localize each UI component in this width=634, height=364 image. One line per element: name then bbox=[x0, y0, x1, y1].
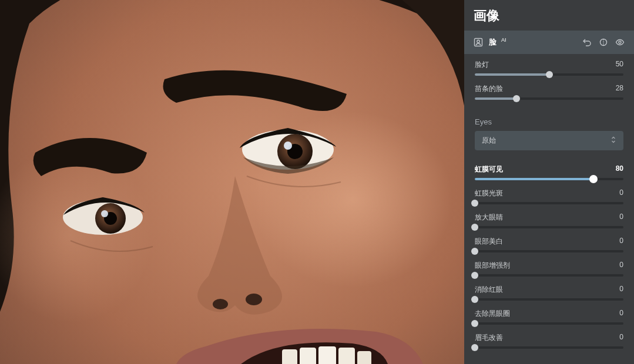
slider-苗条的脸: 苗条的脸28 bbox=[475, 84, 623, 100]
slider-label: 放大眼睛 bbox=[475, 213, 503, 223]
slider-label: 眼部增强剂 bbox=[475, 261, 510, 271]
undo-icon[interactable] bbox=[581, 36, 593, 48]
slider-value: 0 bbox=[619, 213, 623, 223]
slider-眼部美白: 眼部美白0 bbox=[475, 237, 623, 252]
slider-放大眼睛: 放大眼睛0 bbox=[475, 213, 623, 228]
slider-label: 脸灯 bbox=[475, 60, 489, 70]
svg-point-13 bbox=[213, 299, 228, 309]
slider-眉毛改善: 眉毛改善0 bbox=[475, 333, 623, 349]
mask-icon[interactable] bbox=[598, 36, 609, 48]
slider-label: 消除红眼 bbox=[475, 285, 503, 295]
adjustments-sidebar: 画像 脸 AI 脸灯50苗条的脸28 Eyes 原始 虹膜可见80虹膜光斑0放大… bbox=[464, 0, 634, 364]
slider-消除红眼: 消除红眼0 bbox=[475, 285, 623, 301]
slider-value: 28 bbox=[616, 84, 623, 94]
svg-point-12 bbox=[246, 294, 262, 305]
slider-thumb[interactable] bbox=[589, 175, 598, 183]
slider-track[interactable] bbox=[475, 178, 623, 180]
slider-value: 0 bbox=[619, 285, 623, 295]
slider-thumb[interactable] bbox=[471, 200, 478, 207]
svg-rect-18 bbox=[357, 351, 371, 364]
slider-thumb[interactable] bbox=[471, 296, 478, 303]
slider-label: 虹膜光斑 bbox=[475, 188, 503, 198]
slider-track[interactable] bbox=[475, 250, 623, 252]
panel-title: 画像 bbox=[464, 0, 634, 31]
dropdown-selected: 原始 bbox=[482, 136, 496, 146]
slider-label: 苗条的脸 bbox=[475, 84, 503, 94]
portrait-placeholder bbox=[0, 0, 464, 364]
slider-value: 0 bbox=[619, 333, 623, 343]
portrait-icon bbox=[472, 36, 484, 48]
svg-point-7 bbox=[284, 141, 292, 150]
slider-label: 眼部美白 bbox=[475, 237, 503, 247]
slider-value: 0 bbox=[619, 188, 623, 198]
chevron-updown-icon bbox=[610, 136, 616, 145]
slider-track[interactable] bbox=[475, 202, 623, 204]
face-section-label: 脸 bbox=[489, 37, 497, 48]
eyes-section-title: Eyes bbox=[464, 110, 634, 131]
slider-去除黑眼圈: 去除黑眼圈0 bbox=[475, 309, 623, 325]
svg-point-20 bbox=[477, 40, 479, 42]
slider-thumb[interactable] bbox=[546, 71, 553, 78]
svg-rect-17 bbox=[338, 348, 355, 364]
image-canvas[interactable] bbox=[0, 0, 464, 364]
svg-point-22 bbox=[619, 41, 621, 43]
ai-badge: AI bbox=[501, 37, 506, 43]
slider-track[interactable] bbox=[475, 346, 623, 349]
eyes-controls: 虹膜可见80虹膜光斑0放大眼睛0眼部美白0眼部增强剂0消除红眼0去除黑眼圈0眉毛… bbox=[464, 159, 634, 359]
slider-thumb[interactable] bbox=[471, 344, 478, 351]
slider-thumb[interactable] bbox=[471, 320, 478, 327]
slider-track[interactable] bbox=[475, 73, 623, 76]
svg-rect-14 bbox=[282, 349, 297, 364]
slider-value: 0 bbox=[619, 237, 623, 247]
slider-thumb[interactable] bbox=[471, 248, 478, 255]
slider-value: 50 bbox=[616, 60, 623, 70]
slider-track[interactable] bbox=[475, 322, 623, 325]
slider-value: 0 bbox=[619, 261, 623, 271]
slider-track[interactable] bbox=[475, 226, 623, 228]
slider-value: 80 bbox=[616, 164, 623, 174]
slider-眼部增强剂: 眼部增强剂0 bbox=[475, 261, 623, 277]
slider-虹膜光斑: 虹膜光斑0 bbox=[475, 188, 623, 204]
svg-point-11 bbox=[101, 210, 108, 217]
face-section-header[interactable]: 脸 AI bbox=[464, 31, 634, 54]
slider-thumb[interactable] bbox=[471, 272, 478, 279]
svg-rect-16 bbox=[318, 346, 336, 364]
slider-脸灯: 脸灯50 bbox=[475, 60, 623, 76]
visibility-icon[interactable] bbox=[614, 36, 626, 48]
svg-rect-15 bbox=[300, 348, 316, 364]
slider-label: 去除黑眼圈 bbox=[475, 309, 510, 319]
slider-value: 0 bbox=[619, 309, 623, 319]
slider-label: 眉毛改善 bbox=[475, 333, 503, 343]
slider-虹膜可见: 虹膜可见80 bbox=[475, 164, 623, 180]
slider-track[interactable] bbox=[475, 274, 623, 277]
slider-thumb[interactable] bbox=[471, 224, 478, 231]
face-controls: 脸灯50苗条的脸28 bbox=[464, 54, 634, 110]
slider-track[interactable] bbox=[475, 97, 623, 100]
slider-label: 虹膜可见 bbox=[475, 164, 503, 174]
slider-thumb[interactable] bbox=[513, 95, 520, 102]
slider-track[interactable] bbox=[475, 298, 623, 301]
eyes-preset-dropdown[interactable]: 原始 bbox=[475, 131, 623, 150]
